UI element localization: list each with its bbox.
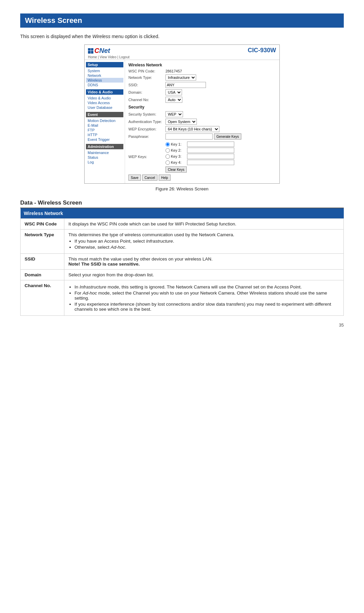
wep-key-4-radio[interactable] (165, 160, 170, 165)
wep-key-3-input[interactable] (187, 154, 234, 159)
network-type-label: Network Type: (128, 75, 165, 80)
data-table: Wireless Network WSC PIN Code It display… (20, 208, 344, 316)
table-row: Network Type This determines the type of… (21, 229, 344, 254)
sidebar-section-video-audio: Video & Audio (86, 89, 123, 95)
page-number: 35 (20, 323, 344, 328)
cancel-button[interactable]: Cancel (142, 175, 157, 181)
sidebar-item-user-database[interactable]: User Database (86, 105, 123, 110)
clear-keys-button[interactable]: Clear Keys (165, 166, 187, 173)
wep-keys-label: WEP Keys: (128, 155, 165, 159)
ssid-row: SSID: (128, 82, 276, 88)
wep-keys-section: Key 1: Key 2: Key 3: (165, 142, 234, 173)
sidebar-section-event: Event (86, 112, 123, 117)
security-system-label: Security System: (128, 112, 165, 116)
wep-key-2-label: Key 2: (171, 148, 187, 152)
wep-key-4-row: Key 4: (165, 160, 234, 165)
wsc-pin-label: WSC PIN Code: (128, 69, 165, 73)
wep-key-1-input[interactable] (187, 142, 234, 147)
sidebar-item-motion-detection[interactable]: Motion Detection (86, 118, 123, 123)
table-row: SSID This must match the value used by o… (21, 254, 344, 270)
desc-wsc-pin-code: It displays the WSC PIN code which can b… (64, 219, 344, 229)
sidebar-item-video-access[interactable]: Video Access (86, 100, 123, 105)
cnet-nav-links[interactable]: Home | View Video | Logout (88, 55, 129, 59)
ssid-input[interactable] (165, 82, 206, 88)
figure-caption: Figure 26: Wireless Screen (20, 186, 344, 191)
wsc-pin-code-row: WSC PIN Code: 28617457 (128, 69, 276, 73)
auth-type-row: Authentication Type: Open System (128, 119, 276, 125)
screen-body: Setup System Network Wireless DDNS Video… (85, 60, 279, 183)
network-type-row: Network Type: Infrastructure (128, 74, 276, 81)
sidebar-item-network[interactable]: Network (86, 73, 123, 78)
domain-label: Domain: (128, 90, 165, 94)
security-system-row: Security System: WEP (128, 111, 276, 117)
field-channel-no: Channel No. (21, 280, 64, 316)
content-area: Wireless Network WSC PIN Code: 28617457 … (125, 60, 279, 183)
wep-key-3-row: Key 3: (165, 154, 234, 159)
wep-key-3-radio[interactable] (165, 154, 170, 159)
table-row: Domain Select your region from the drop-… (21, 270, 344, 280)
wireless-network-title: Wireless Network (128, 63, 276, 67)
screenshot-frame: CNet Home | View Video | Logout CIC-930W… (84, 44, 280, 184)
page-title: Wireless Screen (20, 13, 344, 28)
save-button[interactable]: Save (128, 175, 141, 181)
wep-key-2-radio[interactable] (165, 148, 170, 153)
wep-encryption-select[interactable]: 64 Bit Keys (10 Hex chars) (165, 126, 219, 132)
security-system-select[interactable]: WEP (165, 111, 183, 117)
cnet-model-number: CIC-930W (248, 47, 276, 54)
ssid-label: SSID: (128, 83, 165, 87)
channel-row: Channel No: Auto (128, 97, 276, 103)
sidebar-item-maintenance[interactable]: Maintenance (86, 150, 123, 155)
generate-keys-button[interactable]: Generate Keys (214, 133, 241, 140)
sidebar-item-ftp[interactable]: FTP (86, 128, 123, 132)
desc-channel-no: In Infrastructure mode, this setting is … (64, 280, 344, 316)
sidebar-section-setup: Setup (86, 62, 123, 67)
wep-key-1-row: Key 1: (165, 142, 234, 147)
security-title: Security (128, 105, 276, 110)
field-network-type: Network Type (21, 229, 64, 254)
sidebar-item-email[interactable]: E-Mail (86, 123, 123, 128)
passphrase-row: Passphrase: Generate Keys (128, 133, 276, 140)
sidebar: Setup System Network Wireless DDNS Video… (85, 60, 125, 183)
channel-label: Channel No: (128, 98, 165, 102)
table-row: Channel No. In Infrastructure mode, this… (21, 280, 344, 316)
sidebar-item-event-trigger[interactable]: Event Trigger (86, 137, 123, 142)
sidebar-item-system[interactable]: System (86, 68, 123, 73)
wep-encryption-row: WEP Encryption: 64 Bit Keys (10 Hex char… (128, 126, 276, 132)
passphrase-input[interactable] (165, 133, 213, 140)
wep-key-1-label: Key 1: (171, 142, 187, 146)
data-section-title: Data - Wireless Screen (20, 200, 344, 208)
desc-network-type: This determines the type of wireless com… (64, 229, 344, 254)
sidebar-item-http[interactable]: HTTP (86, 132, 123, 137)
table-section-header: Wireless Network (21, 208, 344, 219)
help-button[interactable]: Help (159, 175, 171, 181)
sidebar-item-video-audio[interactable]: Video & Audio (86, 96, 123, 100)
intro-text: This screen is displayed when the Wirele… (20, 34, 344, 39)
cnet-header: CNet Home | View Video | Logout CIC-930W (85, 45, 279, 60)
sidebar-item-status[interactable]: Status (86, 155, 123, 160)
wep-key-1-radio[interactable] (165, 142, 170, 147)
domain-row: Domain: USA (128, 89, 276, 95)
logo-grid-icon (88, 48, 93, 54)
domain-select[interactable]: USA (165, 89, 182, 95)
field-wsc-pin-code: WSC PIN Code (21, 219, 64, 229)
wep-key-3-label: Key 3: (171, 154, 187, 158)
wep-key-2-row: Key 2: (165, 148, 234, 153)
wep-key-4-input[interactable] (187, 160, 234, 165)
sidebar-item-wireless[interactable]: Wireless (86, 78, 123, 83)
desc-ssid: This must match the value used by other … (64, 254, 344, 270)
wep-key-2-input[interactable] (187, 148, 234, 153)
net-brand-text: Net (99, 47, 110, 55)
sidebar-section-administration: Administration (86, 144, 123, 149)
auth-type-select[interactable]: Open System (165, 119, 197, 125)
sidebar-item-log[interactable]: Log (86, 160, 123, 164)
wep-key-4-label: Key 4: (171, 160, 187, 164)
cnet-logo-brand: CNet (88, 47, 129, 55)
table-row: WSC PIN Code It displays the WSC PIN cod… (21, 219, 344, 229)
channel-select[interactable]: Auto (165, 97, 182, 103)
cnet-logo: CNet Home | View Video | Logout (88, 47, 129, 59)
network-type-select[interactable]: Infrastructure (165, 74, 196, 81)
auth-type-label: Authentication Type: (128, 120, 165, 124)
sidebar-item-ddns[interactable]: DDNS (86, 83, 123, 87)
bottom-buttons: Save Cancel Help (128, 175, 276, 181)
passphrase-label: Passphrase: (128, 134, 165, 139)
